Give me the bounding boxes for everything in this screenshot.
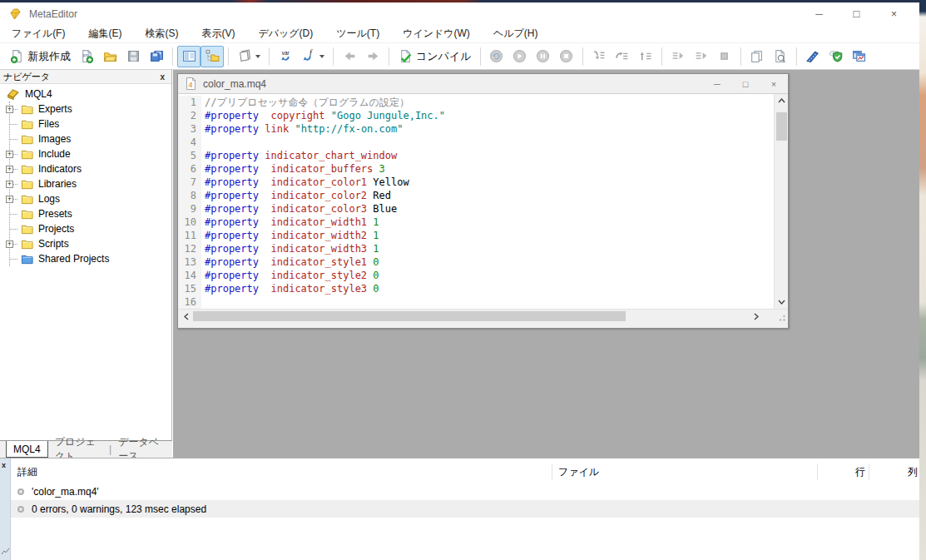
chevron-down-icon[interactable] — [319, 55, 324, 58]
code-line-12[interactable]: 12#property indicator_width3 1 — [178, 242, 774, 255]
tree-item-indicators[interactable]: +Indicators — [0, 161, 171, 176]
new-project-button[interactable]: proj — [75, 46, 98, 67]
close-button[interactable]: × — [875, 2, 913, 25]
tree-item-experts[interactable]: +Experts — [0, 102, 171, 116]
code-line-13[interactable]: 13#property indicator_style1 0 — [178, 255, 774, 269]
compile-button[interactable]: コンパイル — [394, 46, 476, 67]
insert-var-button[interactable]: var — [274, 46, 297, 67]
output-row-1[interactable]: 0 errors, 0 warnings, 123 msec elapsed — [11, 500, 926, 518]
debug-pause-button[interactable] — [532, 46, 555, 67]
scroll-left-icon[interactable] — [180, 310, 193, 323]
output-row-0[interactable]: 'color_ma.mq4' — [11, 483, 926, 500]
code-line-16[interactable]: 16 — [178, 295, 774, 309]
expander-plus-icon[interactable]: + — [6, 240, 13, 248]
code-area[interactable]: 1//プリプロセッサ命令（プログラムの設定）2#property copyrig… — [178, 94, 774, 309]
debug-stop-button[interactable] — [555, 46, 578, 67]
minimize-button[interactable]: ─ — [800, 2, 838, 25]
editor-vertical-scrollbar[interactable] — [774, 94, 788, 309]
tree-item-libraries[interactable]: +Libraries — [0, 176, 171, 191]
code-line-1[interactable]: 1//プリプロセッサ命令（プログラムの設定） — [178, 96, 774, 109]
tree-item-scripts[interactable]: +Scripts — [0, 236, 171, 251]
expander-plus-icon[interactable]: + — [6, 166, 13, 173]
step-over-button[interactable] — [611, 46, 634, 67]
expander-plus-icon[interactable]: + — [6, 196, 13, 203]
scroll-down-icon[interactable] — [775, 295, 789, 309]
insert-function-button[interactable]: f — [297, 46, 329, 67]
editor-minimize-button[interactable]: ─ — [703, 74, 731, 94]
debug-start-button[interactable] — [508, 46, 532, 67]
save-all-button[interactable] — [145, 46, 168, 67]
market-button[interactable] — [824, 46, 848, 67]
column-divider[interactable] — [869, 463, 869, 480]
vertical-scroll-thumb[interactable] — [776, 112, 787, 141]
code-line-7[interactable]: 7#property indicator_color1 Yellow — [178, 176, 774, 189]
code-line-9[interactable]: 9#property indicator_color3 Blue — [178, 202, 774, 216]
run-to-statement-button[interactable] — [690, 46, 713, 67]
copy-button[interactable] — [745, 46, 769, 67]
code-line-10[interactable]: 10#property indicator_width1 1 — [178, 216, 774, 229]
editor-maximize-button[interactable]: □ — [731, 74, 760, 94]
styler-brush-button[interactable] — [801, 46, 824, 67]
editor-close-button[interactable]: × — [760, 74, 788, 94]
scroll-up-icon[interactable] — [775, 94, 789, 107]
expander-plus-icon[interactable]: + — [6, 106, 13, 113]
run-to-cursor-button[interactable] — [666, 46, 690, 67]
tree-item-images[interactable]: Images — [0, 131, 171, 146]
tree-item-projects[interactable]: Projects — [0, 221, 171, 236]
toggle-navigator-button[interactable] — [177, 46, 201, 67]
code-line-8[interactable]: 8#property indicator_color2 Red — [178, 189, 774, 202]
navigator-close-icon[interactable]: x — [156, 72, 168, 82]
menu-item-0[interactable]: ファイル(F) — [0, 24, 77, 43]
menu-item-2[interactable]: 検索(S) — [133, 24, 190, 43]
menu-item-5[interactable]: ツール(T) — [324, 24, 391, 43]
expander-plus-icon[interactable]: + — [6, 151, 13, 158]
column-details[interactable]: 詳細 — [17, 465, 37, 479]
menu-item-7[interactable]: ヘルプ(H) — [482, 24, 550, 43]
code-line-14[interactable]: 14#property indicator_style2 0 — [178, 269, 774, 282]
chevron-down-icon[interactable] — [255, 55, 260, 58]
code-line-15[interactable]: 15#property indicator_style3 0 — [178, 282, 774, 295]
step-into-button[interactable] — [587, 46, 611, 67]
menu-item-3[interactable]: 表示(V) — [190, 24, 246, 43]
code-line-3[interactable]: 3#property link "http://fx-on.com" — [178, 122, 774, 136]
tree-item-presets[interactable]: Presets — [0, 206, 171, 221]
tree-item-include[interactable]: +Include — [0, 146, 171, 161]
tab-projects[interactable]: プロジェクト — [48, 441, 109, 458]
tree-item-shared-projects[interactable]: Shared Projects — [0, 251, 171, 266]
debug-restart-button[interactable] — [485, 46, 508, 67]
code-line-2[interactable]: 2#property copyright "Gogo Jungule,Inc." — [178, 109, 774, 122]
tree-item-mql4[interactable]: MQL4 — [0, 87, 171, 102]
tree-item-files[interactable]: Files — [0, 116, 171, 131]
maximize-button[interactable]: □ — [838, 2, 875, 25]
breakpoint-button[interactable] — [713, 46, 736, 67]
scroll-right-icon[interactable] — [750, 310, 763, 323]
column-col[interactable]: 列 — [869, 465, 918, 479]
column-divider[interactable] — [552, 463, 552, 480]
column-file[interactable]: ファイル — [558, 465, 599, 479]
menu-item-6[interactable]: ウインドウ(W) — [391, 24, 482, 43]
code-line-4[interactable]: 4 — [178, 136, 774, 149]
new-file-button[interactable]: 新規作成 — [5, 46, 75, 67]
editor-resize-grip[interactable] — [775, 310, 786, 321]
code-line-6[interactable]: 6#property indicator_buffers 3 — [178, 162, 774, 176]
editor-horizontal-scrollbar[interactable] — [178, 309, 788, 323]
open-button[interactable] — [98, 46, 121, 67]
styler-button[interactable] — [233, 46, 265, 67]
back-button[interactable] — [338, 46, 361, 67]
code-line-5[interactable]: 5#property indicator_chart_window — [178, 149, 774, 162]
output-close-icon[interactable]: x — [2, 461, 6, 469]
tab-database[interactable]: データベース — [111, 441, 172, 458]
code-editor[interactable]: 1//プリプロセッサ命令（プログラムの設定）2#property copyrig… — [178, 94, 788, 309]
save-button[interactable] — [121, 46, 145, 67]
expander-plus-icon[interactable]: + — [6, 181, 13, 188]
forward-button[interactable] — [361, 46, 384, 67]
code-line-11[interactable]: 11#property indicator_width2 1 — [178, 229, 774, 242]
tab-mql4[interactable]: MQL4 — [6, 441, 48, 458]
menu-item-4[interactable]: デバッグ(D) — [246, 24, 324, 43]
step-out-button[interactable] — [634, 46, 657, 67]
horizontal-scroll-thumb[interactable] — [193, 311, 626, 321]
charts-button[interactable] — [848, 46, 871, 67]
column-line[interactable]: 行 — [820, 465, 865, 479]
menu-item-1[interactable]: 編集(E) — [77, 24, 133, 43]
column-divider[interactable] — [817, 463, 818, 480]
